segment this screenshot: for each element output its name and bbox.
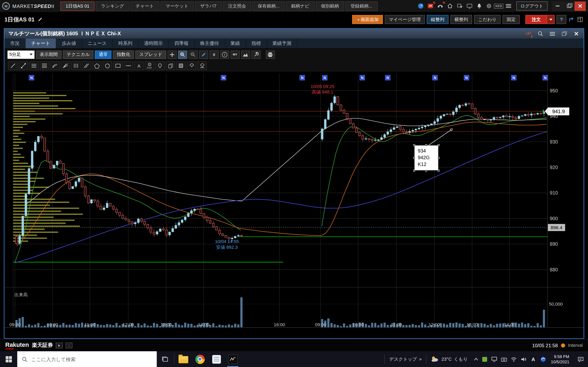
chart-image-button[interactable] (241, 50, 250, 58)
layout-icon[interactable] (577, 16, 584, 23)
crosshair-tool-button[interactable] (168, 50, 177, 58)
tab-workspace[interactable]: 1日信AS 01 (61, 1, 95, 11)
wtab-earnings-forecast[interactable]: 業績予測 (267, 39, 297, 48)
tab-holdings[interactable]: 保有銘柄... (252, 1, 285, 11)
start-button[interactable] (0, 351, 17, 367)
ime-language-icon[interactable]: A (529, 355, 537, 363)
settings-wrench-button[interactable] (251, 50, 260, 58)
chrome-icon[interactable] (192, 351, 208, 367)
delete-all-tool[interactable] (197, 61, 207, 70)
volume-icon[interactable] (519, 355, 527, 363)
link-group-icon[interactable]: 1 (525, 30, 532, 37)
fill-tool[interactable] (176, 61, 186, 70)
copy-tool[interactable] (166, 61, 175, 70)
order-dropdown-button[interactable] (547, 15, 555, 24)
marker-pin-tool[interactable] (155, 61, 164, 70)
mypage-manage-button[interactable]: マイページ管理 (385, 15, 425, 24)
task-view-button[interactable] (157, 351, 173, 367)
logout-button[interactable]: ログアウト (516, 1, 547, 10)
indexed-mode-button[interactable]: 指数化 (113, 50, 134, 58)
desktop-toolbar[interactable]: デスクトップ» (385, 351, 425, 367)
kodawari-button[interactable]: こだわり (474, 15, 501, 24)
icon-stamp-tool[interactable]: icon (145, 61, 154, 70)
wtab-tick[interactable]: 歩み値 (56, 39, 82, 48)
horizontal-segment-tool[interactable] (124, 61, 133, 70)
speed-dial-icon[interactable] (417, 3, 424, 9)
wtab-time-series[interactable]: 時系列 (113, 39, 138, 48)
resize-handle[interactable] (425, 144, 427, 146)
resize-handle[interactable] (425, 170, 427, 171)
display-period-button[interactable]: 表示期間 (36, 50, 61, 58)
edge-tray-icon[interactable] (539, 355, 547, 363)
text-tool[interactable]: A (134, 61, 144, 70)
search-input[interactable] (30, 356, 157, 362)
edit-pencil-icon[interactable] (38, 17, 43, 22)
wtab-news[interactable]: ニュース (82, 39, 113, 48)
home-icon[interactable] (447, 3, 453, 9)
resize-handle[interactable] (438, 170, 439, 171)
wtab-disclosure[interactable]: 適時開示 (138, 39, 169, 48)
technical-button[interactable]: テクニカル (63, 50, 94, 58)
wtab-shikiho[interactable]: 四季報 (169, 39, 195, 48)
wifi-icon[interactable] (510, 355, 518, 363)
tab-chart[interactable]: チャート (130, 1, 159, 11)
vertical-lines-tool[interactable] (71, 61, 81, 70)
search-icon[interactable] (537, 30, 544, 37)
wtab-shareholder-benefit[interactable]: 株主優待 (194, 39, 225, 48)
notes-app-icon[interactable] (208, 351, 225, 367)
zoom-in-button[interactable] (178, 50, 187, 58)
show-hidden-icons-button[interactable] (471, 351, 480, 367)
window-titlebar[interactable]: マルチツール(個別銘柄) 1605 ＩＮＰＥＸ Chi-X 1 (4, 29, 584, 39)
annotation-note-box[interactable]: 934 942G K12 (415, 145, 439, 170)
align-vertical-button[interactable]: 縦整列 (427, 15, 449, 24)
tab-zaraba7[interactable]: ザラバ7 (195, 1, 222, 11)
panel-icon[interactable]: □ (66, 342, 72, 348)
add-screen-button[interactable]: ＋画面追加 (352, 15, 383, 24)
order-button[interactable]: 注文 (525, 15, 547, 24)
minimize-button[interactable] (552, 1, 563, 11)
fibonacci-arc-tool[interactable] (50, 61, 60, 70)
gpu-tray-icon[interactable] (480, 355, 489, 363)
resize-handle[interactable] (438, 144, 439, 146)
add-window-icon[interactable] (456, 3, 463, 9)
eraser-tool[interactable] (187, 61, 196, 70)
tab-order-inquiry[interactable]: 注文照会 (223, 1, 251, 11)
window-menu-icon[interactable] (549, 30, 556, 37)
display-tray-icon[interactable] (490, 355, 498, 363)
horizontal-lines-tool[interactable] (29, 61, 39, 70)
price-chart[interactable]: NNNNNNNNNN95094093092091090089088009:001… (4, 72, 584, 338)
polygon-tool[interactable] (92, 61, 102, 70)
resize-handle[interactable] (413, 144, 415, 146)
resize-handle[interactable] (438, 157, 439, 159)
ray-line-tool[interactable] (19, 61, 28, 70)
tab-market[interactable]: マーケット (160, 1, 194, 11)
window-close-icon[interactable] (573, 30, 580, 37)
print-button[interactable] (266, 50, 275, 58)
gann-fan-tool[interactable] (61, 61, 70, 70)
camera-tray-icon[interactable] (500, 355, 508, 363)
phone-icon[interactable]: N (437, 3, 443, 9)
wtab-market-overview[interactable]: 市況 (4, 39, 26, 48)
bell-icon[interactable] (476, 3, 483, 9)
settings-gear-icon[interactable] (485, 3, 492, 9)
collapse-ribbon-icon[interactable]: ▶ (56, 342, 63, 348)
wtab-chart[interactable]: チャート (26, 39, 56, 48)
help-button[interactable]: ? (557, 15, 566, 24)
pin-button[interactable]: 固定 (502, 15, 520, 24)
close-button[interactable] (575, 1, 586, 11)
tab-registered-symbols[interactable]: 登録銘柄... (345, 1, 378, 11)
cast-icon[interactable] (466, 3, 473, 9)
align-horizontal-button[interactable]: 横整列 (450, 15, 472, 24)
jump-icon[interactable] (568, 16, 575, 23)
parallel-channel-tool[interactable] (82, 61, 91, 70)
wtab-earnings[interactable]: 業績 (225, 39, 246, 48)
menu-icon[interactable] (505, 3, 512, 9)
currency-button[interactable]: ¥ (209, 50, 218, 58)
ellipse-tool[interactable] (103, 61, 112, 70)
resize-handle[interactable] (413, 170, 415, 171)
taskbar-clock[interactable]: 9:58 PM 10/5/2021 (547, 351, 573, 367)
marketspeed-app-icon[interactable] (225, 351, 241, 367)
web-link-icon[interactable]: WEB (495, 3, 502, 9)
taskbar-search[interactable] (17, 351, 156, 367)
news-icon[interactable]: N (427, 3, 434, 9)
